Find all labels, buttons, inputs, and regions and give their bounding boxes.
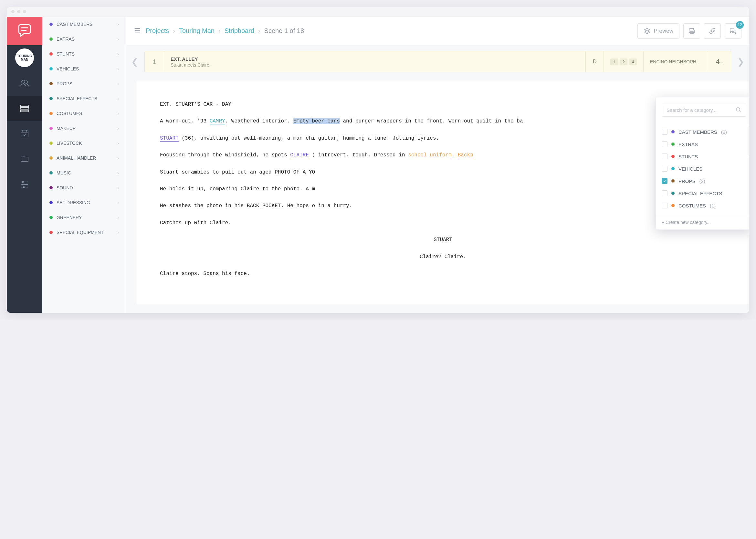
picker-item-count: (2) bbox=[700, 178, 705, 184]
sidebar-item[interactable]: COSTUMES› bbox=[42, 106, 126, 121]
sidebar-item[interactable]: SPECIAL EQUIPMENT› bbox=[42, 225, 126, 240]
crumb-view[interactable]: Stripboard bbox=[225, 27, 254, 35]
rail-item-settings[interactable] bbox=[7, 171, 42, 196]
checkbox[interactable] bbox=[662, 141, 667, 147]
nav-rail: TOURING MAN bbox=[7, 17, 42, 313]
svg-rect-7 bbox=[21, 131, 28, 137]
category-dot-icon bbox=[49, 52, 53, 55]
category-dot-icon bbox=[49, 112, 53, 115]
sidebar-item[interactable]: PROPS› bbox=[42, 76, 126, 91]
checkbox[interactable] bbox=[662, 153, 667, 159]
script-line: He holds it up, comparing Claire to the … bbox=[160, 184, 726, 194]
people-icon bbox=[20, 78, 30, 88]
prev-scene-button[interactable]: ❮ bbox=[128, 52, 142, 72]
sidebar-item-label: CAST MEMBERS bbox=[56, 22, 93, 27]
checkbox[interactable]: ✓ bbox=[662, 178, 667, 184]
sidebar-item-label: MAKEUP bbox=[56, 126, 76, 131]
scene-slugline: EXT. ALLEY bbox=[171, 56, 198, 62]
category-dot-icon bbox=[671, 142, 675, 146]
scrollbar[interactable] bbox=[749, 126, 750, 155]
tagged-costume[interactable]: school uniform bbox=[408, 152, 451, 158]
project-badge-item[interactable]: TOURING MAN bbox=[7, 45, 42, 70]
window-dot bbox=[23, 10, 26, 13]
sidebar-item[interactable]: GREENERY› bbox=[42, 210, 126, 225]
rail-item-people[interactable] bbox=[7, 70, 42, 96]
chevron-down-icon: ⌵ bbox=[721, 59, 723, 64]
create-category-button[interactable]: + Create new category... bbox=[656, 215, 750, 229]
chevron-right-icon: › bbox=[218, 27, 221, 35]
checkbox[interactable] bbox=[662, 190, 667, 196]
sidebar-item[interactable]: MAKEUP› bbox=[42, 121, 126, 136]
window-controls bbox=[7, 7, 749, 17]
checkbox[interactable] bbox=[662, 129, 667, 135]
scene-description: EXT. ALLEY Stuart meets Claire. bbox=[164, 51, 586, 72]
picker-item-label: STUNTS bbox=[678, 154, 698, 159]
tagged-costume[interactable]: Backp bbox=[458, 152, 473, 158]
scene-strip[interactable]: 1 EXT. ALLEY Stuart meets Claire. D 124 … bbox=[144, 51, 731, 72]
picker-category-row[interactable]: VEHICLES bbox=[656, 163, 750, 175]
character-tag: 4 bbox=[629, 58, 637, 65]
sidebar-item[interactable]: VEHICLES› bbox=[42, 61, 126, 76]
breadcrumb: Projects › Touring Man › Stripboard › Sc… bbox=[146, 27, 304, 35]
next-scene-button[interactable]: ❯ bbox=[734, 52, 748, 72]
rail-item-calendar[interactable] bbox=[7, 121, 42, 146]
checkbox[interactable] bbox=[662, 166, 667, 172]
toolbar: Preview 12 bbox=[638, 23, 741, 39]
sidebar-item[interactable]: STUNTS› bbox=[42, 46, 126, 61]
brand-logo[interactable] bbox=[7, 17, 42, 45]
conversation-icon bbox=[729, 28, 737, 35]
picker-list[interactable]: CAST MEMBERS(2)EXTRASSTUNTSVEHICLES✓PROP… bbox=[656, 122, 750, 215]
tagged-character[interactable]: STUART bbox=[160, 135, 179, 141]
picker-category-row[interactable]: STUNTS bbox=[656, 150, 750, 163]
category-dot-icon bbox=[671, 179, 675, 183]
scene-pages[interactable]: 4 ⌵ bbox=[708, 51, 731, 72]
sidebar-item[interactable]: EXTRAS› bbox=[42, 32, 126, 46]
sidebar-item[interactable]: LIVESTOCK› bbox=[42, 136, 126, 151]
chevron-right-icon: › bbox=[117, 185, 119, 190]
tagged-prop-highlight[interactable]: Empty beer cans bbox=[293, 118, 340, 124]
category-dot-icon bbox=[49, 82, 53, 85]
sidebar-item-label: LIVESTOCK bbox=[56, 141, 82, 146]
script-line: A worn-out, '93 CAMRY. Weathered interio… bbox=[160, 116, 726, 126]
sidebar-item-label: STUNTS bbox=[56, 51, 75, 56]
category-dot-icon bbox=[49, 231, 53, 234]
category-dot-icon bbox=[671, 204, 675, 207]
sidebar-item-label: MUSIC bbox=[56, 170, 71, 176]
preview-button[interactable]: Preview bbox=[638, 23, 679, 39]
sidebar-item-label: COSTUMES bbox=[56, 111, 82, 116]
crumb-project[interactable]: Touring Man bbox=[179, 27, 214, 35]
chevron-right-icon: › bbox=[173, 27, 175, 35]
link-icon bbox=[709, 28, 716, 35]
rail-item-folder[interactable] bbox=[7, 146, 42, 171]
crumb-projects[interactable]: Projects bbox=[146, 27, 169, 35]
hamburger-icon[interactable]: ☰ bbox=[134, 27, 140, 35]
sidebar-item[interactable]: SET DRESSING› bbox=[42, 195, 126, 210]
sidebar-item[interactable]: SPECIAL EFFECTS› bbox=[42, 91, 126, 106]
chevron-right-icon: › bbox=[117, 170, 119, 176]
sidebar-item[interactable]: CAST MEMBERS› bbox=[42, 17, 126, 32]
tagged-character[interactable]: CLAIRE bbox=[290, 152, 309, 158]
picker-category-row[interactable]: CAST MEMBERS(2) bbox=[656, 126, 750, 138]
picker-category-row[interactable]: EXTRAS bbox=[656, 138, 750, 150]
picker-category-row[interactable]: COSTUMES(1) bbox=[656, 199, 750, 212]
sidebar-item[interactable]: ANIMAL HANDLER› bbox=[42, 151, 126, 165]
picker-category-row[interactable]: SPECIAL EFFECTS bbox=[656, 187, 750, 199]
chevron-right-icon: › bbox=[117, 126, 119, 131]
svg-rect-6 bbox=[20, 110, 29, 112]
category-dot-icon bbox=[49, 38, 53, 41]
rail-item-stripboard[interactable] bbox=[7, 96, 42, 121]
link-button[interactable] bbox=[704, 23, 721, 39]
checkbox[interactable] bbox=[662, 202, 667, 208]
chat-button[interactable]: 12 bbox=[725, 23, 741, 39]
list-icon bbox=[20, 104, 30, 112]
script-line: Claire stops. Scans his face. bbox=[160, 269, 726, 278]
stack-icon bbox=[643, 28, 651, 35]
sidebar-item[interactable]: SOUND› bbox=[42, 180, 126, 195]
sidebar-item[interactable]: MUSIC› bbox=[42, 165, 126, 180]
picker-category-row[interactable]: ✓PROPS(2) bbox=[656, 175, 750, 187]
search-input[interactable]: Search for a category... bbox=[662, 103, 746, 116]
chevron-right-icon: › bbox=[117, 96, 119, 101]
scene-strip-row: ❮ 1 EXT. ALLEY Stuart meets Claire. D 12… bbox=[126, 51, 749, 72]
tagged-vehicle[interactable]: CAMRY bbox=[210, 118, 225, 124]
print-button[interactable] bbox=[683, 23, 700, 39]
